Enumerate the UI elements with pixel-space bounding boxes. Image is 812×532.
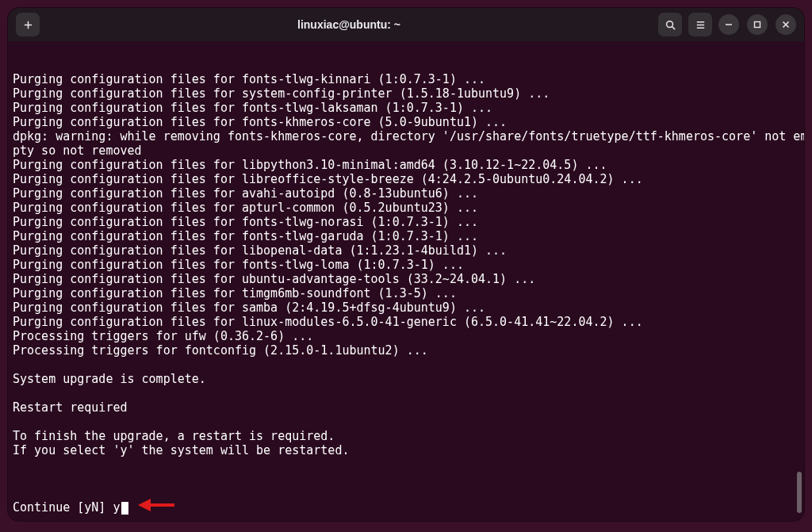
terminal-line: Purging configuration files for timgm6mb… bbox=[13, 286, 799, 300]
maximize-button[interactable] bbox=[747, 14, 768, 35]
terminal-line: pty so not removed bbox=[13, 144, 799, 158]
terminal-line: Purging configuration files for fonts-tl… bbox=[13, 72, 799, 86]
terminal-line: Processing triggers for fontconfig (2.15… bbox=[13, 343, 799, 358]
terminal-line: Processing triggers for ufw (0.36.2-6) .… bbox=[13, 329, 799, 343]
close-button[interactable] bbox=[776, 14, 796, 35]
cursor bbox=[121, 502, 128, 515]
terminal-line: Purging configuration files for fonts-tl… bbox=[13, 101, 799, 115]
terminal-line: Purging configuration files for fonts-tl… bbox=[13, 258, 799, 272]
terminal-line: Purging configuration files for libpytho… bbox=[13, 158, 799, 172]
title-bar: linuxiac@ubuntu: ~ bbox=[8, 8, 804, 41]
terminal-line: Purging configuration files for system-c… bbox=[13, 86, 799, 101]
terminal-line bbox=[13, 386, 799, 400]
terminal-line: Purging configuration files for libopena… bbox=[13, 243, 799, 258]
terminal-line: Purging configuration files for ubuntu-a… bbox=[13, 272, 799, 286]
terminal-line bbox=[13, 358, 799, 372]
terminal-line: dpkg: warning: while removing fonts-khme… bbox=[13, 129, 799, 144]
terminal-window: linuxiac@ubuntu: ~ Purging configuration… bbox=[8, 8, 804, 521]
terminal-line: System upgrade is complete. bbox=[13, 372, 799, 386]
hamburger-menu-button[interactable] bbox=[688, 13, 712, 36]
terminal-line: To finish the upgrade, a restart is requ… bbox=[13, 429, 799, 443]
window-title: linuxiac@ubuntu: ~ bbox=[46, 18, 652, 31]
terminal-line: Purging configuration files for samba (2… bbox=[13, 300, 799, 315]
terminal-output[interactable]: Purging configuration files for fonts-tl… bbox=[8, 41, 804, 521]
terminal-line: Purging configuration files for apturl-c… bbox=[13, 201, 799, 215]
terminal-line: Purging configuration files for fonts-kh… bbox=[13, 115, 799, 129]
terminal-line: If you select 'y' the system will be res… bbox=[13, 443, 799, 457]
window-controls bbox=[718, 14, 796, 35]
annotation-arrow bbox=[138, 499, 174, 511]
terminal-line bbox=[13, 415, 799, 429]
scrollbar[interactable] bbox=[797, 472, 802, 513]
terminal-line: Purging configuration files for linux-mo… bbox=[13, 315, 799, 329]
terminal-line bbox=[13, 457, 799, 472]
terminal-line: Purging configuration files for avahi-au… bbox=[13, 186, 799, 201]
search-button[interactable] bbox=[658, 13, 682, 36]
new-tab-button[interactable] bbox=[16, 13, 40, 36]
user-input: y bbox=[113, 500, 120, 515]
svg-rect-1 bbox=[755, 22, 760, 28]
minimize-button[interactable] bbox=[718, 14, 739, 35]
terminal-line: Restart required bbox=[13, 400, 799, 415]
svg-point-0 bbox=[666, 21, 672, 27]
terminal-line: Purging configuration files for fonts-tl… bbox=[13, 215, 799, 229]
terminal-line: Purging configuration files for fonts-tl… bbox=[13, 229, 799, 243]
terminal-line: Purging configuration files for libreoff… bbox=[13, 172, 799, 186]
prompt-text: Continue [yN] bbox=[13, 500, 113, 515]
